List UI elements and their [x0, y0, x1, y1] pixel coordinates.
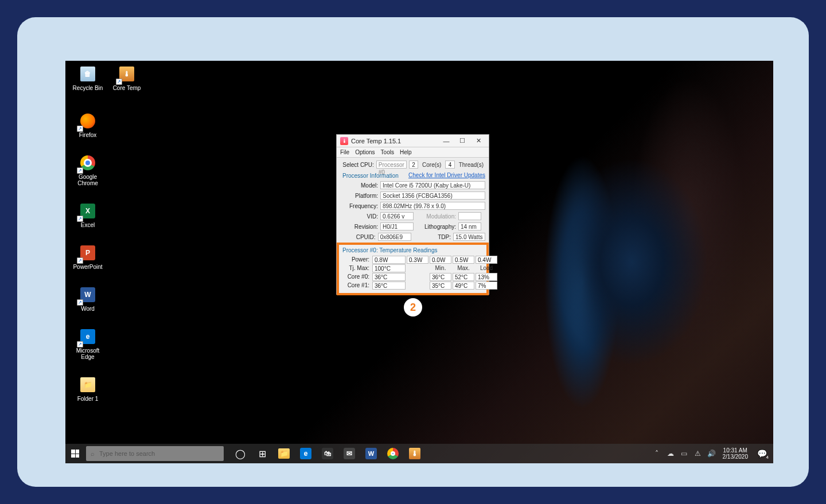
- tray-wifi-icon[interactable]: ⚠: [693, 448, 703, 459]
- core-1-label: Core #1:: [342, 282, 371, 288]
- file-explorer-icon[interactable]: 📁: [275, 445, 293, 462]
- notification-count: 4: [766, 455, 769, 460]
- task-view-icon[interactable]: ⊞: [254, 445, 271, 462]
- desktop-icon-label: Word: [81, 306, 95, 312]
- menu-tools[interactable]: Tools: [381, 149, 394, 155]
- taskbar-search[interactable]: ⌕ Type here to search: [86, 446, 224, 461]
- core-row-1: Core #1: 36°C 35°C 49°C 7%: [342, 281, 483, 290]
- edge-icon[interactable]: e: [297, 445, 314, 462]
- taskbar: ⌕ Type here to search ◯ ⊞ 📁 e 🛍 ✉ W 🌡 ˄ …: [65, 444, 773, 463]
- core-1-load: 7%: [476, 282, 497, 290]
- menu-file[interactable]: File: [340, 149, 349, 155]
- desktop-icon-folder-1[interactable]: 📁 Folder 1: [70, 375, 106, 402]
- maximize-button[interactable]: ☐: [454, 136, 470, 146]
- tjmax-value: 100°C: [372, 264, 406, 272]
- desktop-icon-word[interactable]: W↗ Word: [70, 285, 106, 312]
- col-load: Load: [476, 265, 497, 271]
- desktop-icon-label: Excel: [81, 222, 95, 228]
- callout-badge-2: 2: [404, 298, 422, 317]
- window-title: Core Temp 1.15.1: [351, 138, 435, 144]
- temperature-readings-heading: Processor #0: Temperature Readings: [342, 247, 483, 253]
- col-max: Max.: [453, 265, 474, 271]
- col-min: Min.: [430, 265, 451, 271]
- platform-value: Socket 1356 (FCBGA1356): [380, 192, 485, 200]
- tray-battery-icon[interactable]: ▭: [679, 448, 689, 459]
- select-cpu-dropdown[interactable]: Processor #0: [376, 161, 407, 169]
- core-temp-icon: 🌡: [340, 137, 348, 145]
- driver-updates-link[interactable]: Check for Intel Driver Updates: [408, 172, 485, 178]
- tray-chevron-up-icon[interactable]: ˄: [652, 448, 662, 459]
- desktop-icon-core-temp[interactable]: 🌡↗ Core Temp: [109, 64, 145, 91]
- cortana-icon[interactable]: ◯: [232, 445, 249, 462]
- tray-volume-icon[interactable]: 🔊: [707, 448, 717, 459]
- desktop-icon-label: Microsoft Edge: [70, 347, 106, 360]
- titlebar[interactable]: 🌡 Core Temp 1.15.1 — ☐ ✕: [337, 135, 489, 147]
- cores-count: 2: [409, 161, 418, 169]
- temperature-readings-panel: Processor #0: Temperature Readings Power…: [337, 243, 489, 295]
- frequency-label: Frequency:: [340, 203, 378, 209]
- cores-label: Core(s): [420, 162, 443, 168]
- core-row-0: Core #0: 36°C 36°C 52°C 13%: [342, 272, 483, 281]
- power-value-1: 0.3W: [407, 256, 428, 264]
- desktop-icon-firefox[interactable]: ↗ Firefox: [70, 111, 106, 138]
- desktop-icon-microsoft-edge[interactable]: e↗ Microsoft Edge: [70, 327, 106, 360]
- power-value-0: 0.8W: [372, 256, 406, 264]
- page-frame: 🗑 Recycle Bin 🌡↗ Core Temp ↗ Firefox ↗ G…: [17, 17, 809, 487]
- menu-bar: File Options Tools Help: [337, 147, 489, 158]
- power-label: Power:: [342, 256, 371, 263]
- search-icon: ⌕: [91, 450, 95, 457]
- desktop-icon-label: Recycle Bin: [73, 85, 103, 91]
- desktop-icon-label: Google Chrome: [70, 174, 106, 186]
- desktop-icon-label: Folder 1: [77, 396, 99, 402]
- desktop-icon-recycle-bin[interactable]: 🗑 Recycle Bin: [70, 64, 106, 91]
- core-temp-taskbar-icon[interactable]: 🌡: [406, 445, 423, 462]
- close-button[interactable]: ✕: [470, 136, 486, 146]
- desktop-icon-label: PowerPoint: [73, 264, 102, 270]
- threads-label: Thread(s): [457, 162, 485, 168]
- menu-options[interactable]: Options: [355, 149, 375, 155]
- vid-label: VID:: [340, 213, 378, 220]
- store-icon[interactable]: 🛍: [319, 445, 336, 462]
- clock-date: 2/13/2020: [723, 454, 749, 460]
- model-value: Intel Core i5 7200U (Kaby Lake-U): [380, 181, 485, 189]
- windows-logo-icon: [71, 450, 79, 458]
- clock-time: 10:31 AM: [723, 447, 747, 454]
- desktop-icon-google-chrome[interactable]: ↗ Google Chrome: [70, 153, 106, 186]
- taskbar-clock[interactable]: 10:31 AM 2/13/2020: [720, 447, 751, 460]
- core-0-max: 52°C: [453, 273, 474, 281]
- minimize-button[interactable]: —: [438, 136, 454, 146]
- mail-icon[interactable]: ✉: [341, 445, 358, 462]
- search-placeholder: Type here to search: [99, 450, 155, 457]
- tdp-value: 15.0 Watts: [453, 233, 485, 241]
- cpuid-label: CPUID:: [340, 234, 376, 240]
- threads-count: 4: [445, 161, 454, 169]
- select-cpu-label: Select CPU:: [340, 162, 374, 168]
- core-temp-window[interactable]: 🌡 Core Temp 1.15.1 — ☐ ✕ File Options To…: [336, 134, 489, 295]
- power-value-2: 0.0W: [430, 256, 451, 264]
- model-label: Model:: [340, 182, 378, 189]
- word-taskbar-icon[interactable]: W: [363, 445, 380, 462]
- start-button[interactable]: [65, 444, 85, 463]
- core-1-min: 35°C: [430, 282, 451, 290]
- processor-info-heading: Processor Information: [340, 171, 399, 179]
- menu-help[interactable]: Help: [400, 149, 412, 155]
- lithography-value: 14 nm: [458, 222, 481, 230]
- action-center-icon[interactable]: 💬4: [754, 446, 770, 462]
- desktop-icon-label: Core Temp: [113, 85, 141, 91]
- lithography-label: Lithography:: [416, 224, 456, 230]
- power-value-3: 0.5W: [453, 256, 474, 264]
- core-0-load: 13%: [476, 273, 497, 281]
- revision-label: Revision:: [340, 224, 378, 230]
- core-1-max: 49°C: [453, 282, 474, 290]
- power-value-4: 0.4W: [476, 256, 497, 264]
- core-0-cur: 36°C: [372, 273, 406, 281]
- chrome-taskbar-icon[interactable]: [384, 445, 402, 462]
- modulation-label: Modulation:: [416, 213, 456, 220]
- tray-onedrive-icon[interactable]: ☁: [665, 448, 676, 459]
- desktop-icon-excel[interactable]: X↗ Excel: [70, 201, 106, 228]
- desktop-icon-label: Firefox: [79, 132, 97, 138]
- core-0-label: Core #0:: [342, 274, 371, 280]
- desktop-icon-powerpoint[interactable]: P↗ PowerPoint: [70, 243, 106, 270]
- core-1-cur: 36°C: [372, 282, 406, 290]
- modulation-value: [458, 212, 481, 220]
